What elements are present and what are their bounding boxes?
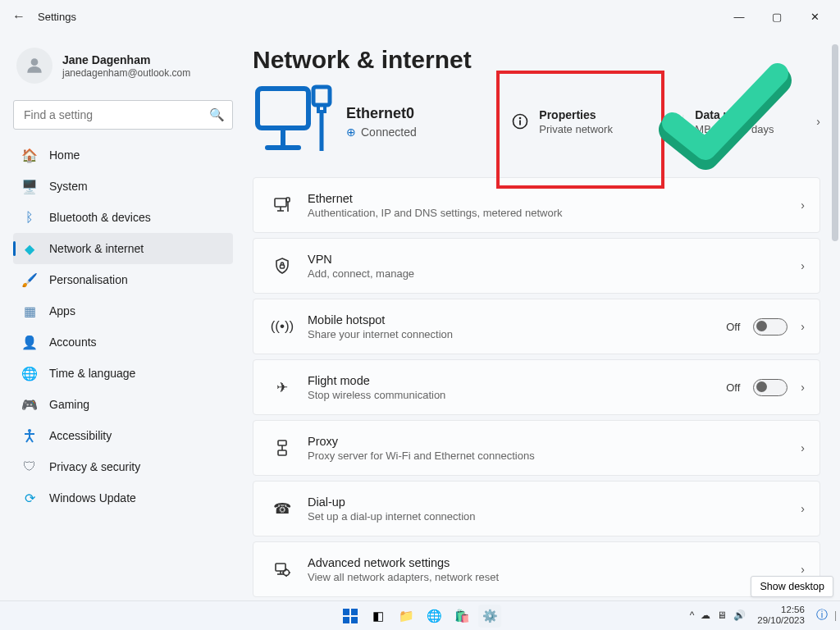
- svg-point-27: [284, 570, 290, 576]
- search-input[interactable]: [13, 100, 233, 130]
- sidebar-item-accessibility[interactable]: Accessibility: [13, 420, 233, 451]
- nav-icon: ᛒ: [21, 210, 38, 225]
- svg-rect-18: [286, 198, 290, 202]
- settings-rows: EthernetAuthentication, IP and DNS setti…: [253, 177, 820, 597]
- volume-icon[interactable]: 🔊: [733, 609, 746, 621]
- minimize-button[interactable]: —: [720, 3, 758, 30]
- sidebar-item-accounts[interactable]: 👤Accounts: [13, 326, 233, 358]
- sidebar-item-label: Time & language: [49, 367, 135, 380]
- svg-rect-33: [351, 609, 358, 615]
- page-title: Network & internet: [253, 46, 820, 74]
- connection-status: ⊕ Connected: [346, 126, 417, 139]
- svg-rect-14: [519, 121, 521, 126]
- taskview-icon[interactable]: ◧: [367, 605, 390, 628]
- chevron-right-icon: ›: [801, 441, 805, 454]
- sidebar-item-label: Bluetooth & devices: [49, 211, 151, 224]
- settings-taskbar-icon[interactable]: ⚙️: [478, 605, 501, 628]
- edge-icon[interactable]: 🌐: [422, 605, 445, 628]
- chevron-right-icon[interactable]: ›: [816, 115, 820, 128]
- properties-title: Properties: [539, 108, 613, 121]
- sidebar-item-label: Accounts: [49, 336, 97, 349]
- nav-icon: ⟳: [21, 491, 38, 506]
- row-desc: Proxy server for Wi-Fi and Ethernet conn…: [308, 450, 535, 462]
- info-icon: [511, 113, 529, 130]
- store-icon[interactable]: 🛍️: [450, 605, 473, 628]
- sidebar-item-time-language[interactable]: 🌐Time & language: [13, 358, 233, 389]
- sidebar-item-label: Home: [49, 148, 80, 162]
- profile-block[interactable]: Jane Dagenham janedagenham@outlook.com: [13, 41, 233, 97]
- sidebar-item-privacy-security[interactable]: 🛡Privacy & security: [13, 451, 233, 482]
- scroll-thumb[interactable]: [832, 44, 838, 241]
- vpn-icon: [268, 257, 296, 275]
- dialup-icon: ☎: [268, 500, 296, 518]
- row-desc: Authentication, IP and DNS settings, met…: [308, 207, 562, 219]
- row-hotspot[interactable]: ((•))Mobile hotspotShare your internet c…: [253, 299, 820, 354]
- sidebar-item-bluetooth-devices[interactable]: ᛒBluetooth & devices: [13, 202, 233, 233]
- notification-icon[interactable]: ⓘ: [816, 608, 828, 623]
- svg-line-5: [30, 437, 33, 442]
- sidebar-item-label: Apps: [49, 304, 75, 317]
- sidebar-item-apps[interactable]: ▦Apps: [13, 295, 233, 326]
- clock[interactable]: 12:56 29/10/2023: [757, 605, 805, 626]
- onedrive-icon[interactable]: ☁: [701, 609, 710, 621]
- properties-card[interactable]: Properties Private network: [504, 98, 660, 145]
- sidebar-item-network-internet[interactable]: ◆Network & internet: [13, 233, 233, 264]
- system-tray[interactable]: ^ ☁ 🖥 🔊 12:56 29/10/2023 ⓘ |: [690, 600, 837, 630]
- row-vpn[interactable]: VPNAdd, connect, manage›: [253, 238, 820, 294]
- back-button[interactable]: ←: [7, 9, 31, 24]
- svg-rect-24: [276, 564, 285, 571]
- hotspot-toggle[interactable]: [753, 318, 788, 336]
- flight-icon: ✈: [268, 379, 296, 396]
- show-desktop-edge[interactable]: |: [834, 609, 837, 621]
- avatar-icon: [16, 48, 52, 84]
- data-usage-title: Data usage: [695, 108, 774, 121]
- sidebar-item-personalisation[interactable]: 🖌️Personalisation: [13, 264, 233, 295]
- globe-icon: ⊕: [346, 126, 356, 139]
- svg-rect-15: [275, 199, 286, 207]
- row-desc: Set up a dial-up internet connection: [308, 510, 476, 523]
- ethernet-hero-icon: [253, 84, 335, 159]
- window-title: Settings: [38, 11, 76, 23]
- connection-name: Ethernet0: [346, 105, 417, 122]
- sidebar-item-label: Accessibility: [49, 429, 112, 442]
- row-proxy[interactable]: ProxyProxy server for Wi-Fi and Ethernet…: [253, 420, 820, 476]
- maximize-button[interactable]: ▢: [758, 3, 796, 30]
- close-button[interactable]: ✕: [796, 3, 833, 30]
- svg-rect-35: [351, 617, 358, 623]
- search-box[interactable]: 🔍: [13, 100, 233, 130]
- tray-chevron-icon[interactable]: ^: [690, 609, 695, 621]
- advanced-icon: [268, 560, 296, 578]
- chart-icon: 📊: [667, 114, 685, 130]
- sidebar-item-label: Personalisation: [49, 273, 128, 286]
- hotspot-icon: ((•)): [268, 318, 296, 335]
- properties-sub: Private network: [539, 123, 613, 135]
- nav-icon: 🖥️: [21, 179, 38, 194]
- proxy-icon: [268, 439, 296, 457]
- chevron-right-icon: ›: [801, 502, 805, 515]
- row-ethernet[interactable]: EthernetAuthentication, IP and DNS setti…: [253, 177, 820, 233]
- start-button[interactable]: [339, 605, 362, 628]
- sidebar-item-windows-update[interactable]: ⟳Windows Update: [13, 482, 233, 514]
- flight-toggle[interactable]: [753, 379, 788, 396]
- svg-point-13: [519, 117, 522, 120]
- svg-rect-32: [343, 609, 349, 615]
- row-dialup[interactable]: ☎Dial-upSet up a dial-up internet connec…: [253, 481, 820, 536]
- sidebar-item-label: Privacy & security: [49, 460, 140, 473]
- svg-rect-21: [278, 441, 286, 445]
- svg-rect-34: [343, 617, 349, 623]
- row-title: Dial-up: [308, 495, 476, 509]
- row-title: Advanced network settings: [308, 556, 499, 569]
- sidebar-item-home[interactable]: 🏠Home: [13, 139, 233, 171]
- nav-icon: ◆: [21, 241, 38, 257]
- row-flight[interactable]: ✈Flight modeStop wireless communicationO…: [253, 359, 820, 415]
- chevron-right-icon: ›: [801, 563, 805, 576]
- sidebar-item-system[interactable]: 🖥️System: [13, 171, 233, 202]
- data-usage-card[interactable]: 📊 Data usage MB, last 30 days: [660, 98, 816, 145]
- file-explorer-icon[interactable]: 📁: [395, 605, 418, 628]
- row-title: Ethernet: [308, 192, 562, 205]
- scrollbar[interactable]: [832, 34, 838, 599]
- sidebar-item-gaming[interactable]: 🎮Gaming: [13, 389, 233, 420]
- network-tray-icon[interactable]: 🖥: [717, 609, 727, 621]
- chevron-right-icon: ›: [801, 259, 805, 272]
- row-advanced[interactable]: Advanced network settingsView all networ…: [253, 541, 820, 597]
